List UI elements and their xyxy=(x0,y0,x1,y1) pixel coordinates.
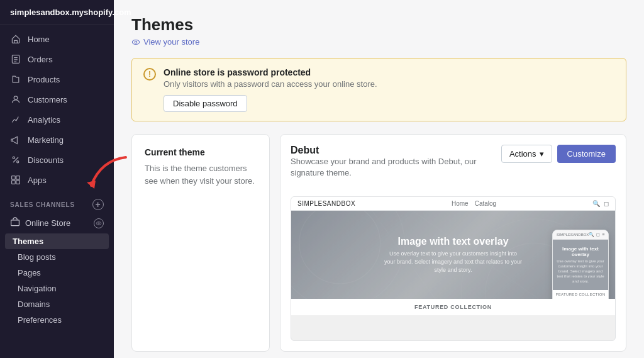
eye-view-icon xyxy=(131,38,140,47)
alert-banner: ! Online store is password protected Onl… xyxy=(131,58,626,121)
sidebar-sub-navigation[interactable]: Navigation xyxy=(0,281,114,296)
preview-hero-title: Image with text overlay xyxy=(384,236,523,247)
apps-icon xyxy=(10,174,21,186)
sales-channels-title: SALES CHANNELS + xyxy=(0,190,114,213)
mobile-store-name: SIMPLESANDBOX xyxy=(557,233,589,237)
debut-card: Debut Showcase your brand and products w… xyxy=(280,134,626,352)
sidebar-item-home-label: Home xyxy=(28,35,50,44)
sidebar-item-discounts[interactable]: Discounts xyxy=(0,150,114,170)
main-content: Themes View your store ! Online store is… xyxy=(114,0,644,358)
actions-dropdown-button[interactable]: Actions ▾ xyxy=(501,145,552,163)
sidebar-item-apps-label: Apps xyxy=(28,176,47,185)
svg-point-1 xyxy=(14,96,18,100)
preview-hero: Image with text overlay Use overlay text… xyxy=(291,211,615,299)
online-store-label: Online Store xyxy=(25,218,70,228)
sidebar-sub-domains-label: Domains xyxy=(18,299,50,309)
alert-content: Online store is password protected Only … xyxy=(164,67,377,112)
sidebar-sub-preferences[interactable]: Preferences xyxy=(0,312,114,328)
debut-title: Debut xyxy=(291,145,501,156)
preview-nav: Home Catalog xyxy=(452,200,496,207)
customers-icon xyxy=(10,94,21,105)
svg-rect-6 xyxy=(12,181,16,184)
sidebar-sub-navigation-label: Navigation xyxy=(18,284,56,293)
svg-rect-4 xyxy=(12,176,16,180)
sidebar-item-marketing-label: Marketing xyxy=(28,135,64,145)
disable-password-button[interactable]: Disable password xyxy=(164,95,247,112)
mobile-search-icon: 🔍 xyxy=(589,232,594,237)
debut-description: Showcase your brand and products with De… xyxy=(291,156,501,179)
sidebar-item-customers[interactable]: Customers xyxy=(0,89,114,109)
alert-title: Online store is password protected xyxy=(164,67,377,77)
sidebar-sub-blog-posts-label: Blog posts xyxy=(18,252,56,262)
eye-icon[interactable] xyxy=(94,218,104,228)
svg-point-13 xyxy=(135,41,137,43)
svg-point-9 xyxy=(96,221,101,225)
current-theme-label: Current theme xyxy=(145,147,257,157)
mobile-browser-bar: SIMPLESANDBOX 🔍 ◻ ≡ xyxy=(553,230,608,240)
current-theme-description: This is the theme customers see when the… xyxy=(145,162,257,187)
sidebar-store: simplesandbox.myshopify.com xyxy=(0,0,114,25)
sidebar-item-home[interactable]: Home xyxy=(0,29,114,49)
chevron-down-icon: ▾ xyxy=(540,149,544,159)
customize-button[interactable]: Customize xyxy=(557,145,616,163)
svg-point-14 xyxy=(299,211,380,284)
sidebar-item-apps[interactable]: Apps xyxy=(0,170,114,190)
add-channel-button[interactable]: + xyxy=(92,199,104,210)
sidebar-sub-themes-label: Themes xyxy=(13,237,43,246)
svg-point-10 xyxy=(98,222,100,224)
sidebar-sub-preferences-label: Preferences xyxy=(18,315,62,325)
themes-grid: Current theme This is the theme customer… xyxy=(131,134,626,352)
analytics-icon xyxy=(10,114,21,125)
mobile-menu-icon: ≡ xyxy=(602,232,604,237)
sidebar-item-orders-label: Orders xyxy=(28,55,53,64)
sidebar-item-customers-label: Customers xyxy=(28,95,67,104)
sidebar-sub-domains[interactable]: Domains xyxy=(0,296,114,312)
store-name: simplesandbox.myshopify.com xyxy=(10,8,131,17)
sidebar-item-online-store[interactable]: Online Store xyxy=(0,213,114,233)
svg-point-2 xyxy=(13,157,14,159)
preview-browser-icons: 🔍 ◻ xyxy=(592,200,609,207)
alert-description: Only visitors with a password can access… xyxy=(164,79,377,89)
store-icon xyxy=(10,217,20,229)
home-icon xyxy=(10,33,21,45)
products-icon xyxy=(10,74,21,85)
sidebar-item-products-label: Products xyxy=(28,75,60,84)
svg-rect-5 xyxy=(16,176,20,180)
sidebar-item-products[interactable]: Products xyxy=(0,69,114,89)
search-icon: 🔍 xyxy=(592,200,600,207)
sidebar-item-analytics-label: Analytics xyxy=(28,115,60,125)
debut-actions: Actions ▾ Customize xyxy=(501,145,616,163)
svg-rect-8 xyxy=(11,220,19,226)
mobile-featured-label: FEATURED COLLECTION xyxy=(553,290,608,299)
view-store-label: View your store xyxy=(143,37,199,47)
sidebar-sub-themes[interactable]: Themes xyxy=(5,233,109,249)
theme-preview: SIMPLESANDBOX Home Catalog 🔍 ◻ xyxy=(291,196,616,341)
orders-icon xyxy=(10,53,21,65)
mobile-hero: Image with text overlay Use overlay text… xyxy=(553,240,608,290)
alert-icon: ! xyxy=(143,68,156,81)
sidebar-sub-pages-label: Pages xyxy=(18,268,41,277)
mobile-hero-title: Image with text overlay xyxy=(557,246,604,257)
preview-featured-label: FEATURED COLLECTION xyxy=(291,299,615,315)
sidebar-item-orders[interactable]: Orders xyxy=(0,49,114,69)
sidebar-item-analytics[interactable]: Analytics xyxy=(0,109,114,130)
sidebar-item-discounts-label: Discounts xyxy=(28,155,64,165)
current-theme-card: Current theme This is the theme customer… xyxy=(131,134,270,352)
sidebar-sub-blog-posts[interactable]: Blog posts xyxy=(0,249,114,265)
cart-icon: ◻ xyxy=(604,200,609,207)
marketing-icon xyxy=(10,134,21,145)
preview-hero-subtitle: Use overlay text to give your customers … xyxy=(384,250,523,274)
page-title: Themes xyxy=(131,15,626,35)
view-store-link[interactable]: View your store xyxy=(131,37,626,47)
sidebar-item-marketing[interactable]: Marketing xyxy=(0,130,114,150)
preview-hero-text: Image with text overlay Use overlay text… xyxy=(384,236,523,274)
mobile-preview: SIMPLESANDBOX 🔍 ◻ ≡ Image with text over… xyxy=(552,230,609,299)
mobile-hero-subtitle: Use overlay text to give your customers … xyxy=(557,259,604,284)
preview-browser-bar: SIMPLESANDBOX Home Catalog 🔍 ◻ xyxy=(291,197,615,211)
preview-store-name: SIMPLESANDBOX xyxy=(297,200,355,207)
mobile-browser-icons: 🔍 ◻ ≡ xyxy=(589,232,604,237)
sidebar: simplesandbox.myshopify.com Home Orders xyxy=(0,0,114,358)
debut-header: Debut Showcase your brand and products w… xyxy=(291,145,616,187)
svg-rect-7 xyxy=(16,181,20,184)
sidebar-sub-pages[interactable]: Pages xyxy=(0,265,114,281)
